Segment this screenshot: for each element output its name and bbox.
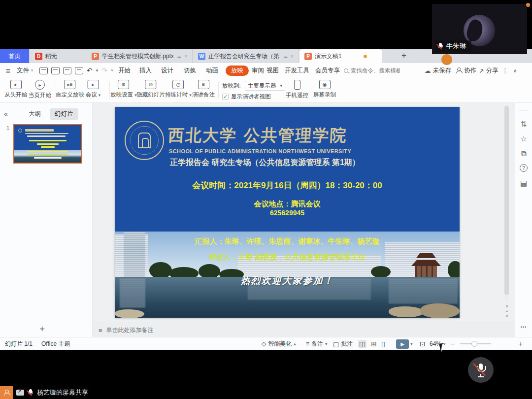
slide-panel: « 大纲 幻灯片 1 [0, 103, 93, 337]
normal-view-button[interactable]: ◫ [358, 340, 366, 348]
fit-to-window-icon[interactable]: ⊡ [420, 337, 426, 350]
play-options-caret-icon[interactable]: ▾ [410, 341, 413, 346]
rehearse-timing-button[interactable]: ◷ 排练计时 ▾ [165, 80, 192, 99]
ribbon-tab-transition[interactable]: 切换 [184, 63, 196, 78]
tab-outline[interactable]: 大纲 [24, 108, 46, 120]
screen-record-button[interactable]: ◉屏幕录制 [313, 80, 336, 99]
duplicate-window-icon[interactable]: ⧉ [521, 149, 527, 158]
new-tab-button[interactable]: + [401, 51, 406, 61]
zoom-out-button[interactable]: − [450, 337, 454, 350]
undo-caret-icon[interactable]: ▾ [96, 68, 99, 73]
share-button[interactable]: ↗分享 [479, 63, 498, 78]
presenter-view-checkbox[interactable]: ✓ 显示演讲者视图 [222, 93, 271, 100]
show-settings-button[interactable]: ⚙ 放映设置 ▾ [110, 80, 137, 99]
mic-muted-icon [28, 389, 33, 397]
comment-icon: ▢ [333, 340, 339, 348]
ribbon-tab-view[interactable]: 视图 [266, 63, 279, 78]
help-icon[interactable]: ? [520, 164, 528, 172]
collapse-panel-icon[interactable]: « [4, 110, 8, 118]
account-avatar[interactable] [441, 54, 452, 65]
picture-tool-icon[interactable]: ▤ [520, 179, 527, 188]
meeting-id-text: 625629945 [115, 209, 460, 217]
welcome-text: 热烈欢迎大家参加！ [115, 274, 460, 287]
beautify-button[interactable]: ◇ 智能美化 ▴ [262, 337, 296, 350]
ribbon-tab-home[interactable]: 开始 [118, 63, 131, 78]
divider [109, 82, 110, 99]
slide-editing-canvas[interactable]: 西北大学 公共管理学院 SCHOOL OF PUBLIC ADMINISTRAT… [115, 107, 460, 318]
hamburger-menu-icon[interactable]: ≡ [6, 63, 10, 78]
print-preview-icon[interactable] [75, 67, 83, 74]
quick-access-toolbar: ↶▾ ↷ ˅ [39, 63, 113, 78]
print-icon[interactable] [63, 67, 71, 74]
export-icon[interactable] [51, 67, 60, 74]
ribbon-tab-member[interactable]: 会员专享 [315, 63, 340, 78]
properties-sliders-icon[interactable]: ⇅ [521, 120, 527, 129]
vertical-scrollbar[interactable] [504, 105, 509, 302]
tab-document-1[interactable]: P 学生档案管理模式创新.pptx ☁ × [87, 49, 193, 63]
cloud-sync-icon: ☁ [176, 54, 181, 59]
tab-document-active[interactable]: P 演示文稿1 [299, 49, 382, 63]
notes-placeholder: 单击此处添加备注 [106, 326, 154, 334]
close-icon[interactable]: × [291, 54, 294, 59]
slide-thumbnail[interactable] [13, 124, 82, 164]
ribbon-tab-design[interactable]: 设计 [161, 63, 173, 78]
custom-show-icon: ▸≡ [65, 80, 76, 89]
ribbon-tab-slideshow-active[interactable]: 放映 [226, 65, 249, 76]
more-tools-icon[interactable]: ••• [521, 325, 527, 330]
play-slideshow-button[interactable]: ▶ [396, 339, 409, 349]
slide-nav-buttons[interactable]: ∧ ≡ ∨ [505, 304, 508, 319]
phone-icon [294, 80, 300, 90]
save-status[interactable]: ☁未保存 [425, 63, 451, 78]
custom-show-button[interactable]: ▸≡自定义放映 [56, 80, 84, 99]
zoom-in-button[interactable]: + [519, 337, 523, 350]
tab-document-2[interactable]: W 正学报告会研究生专场（第1期) ☁ × [193, 49, 299, 63]
phone-remote-button[interactable]: 手机遥控 [286, 80, 308, 99]
next-slide-icon: ∨ [505, 314, 508, 319]
screen-share-icon [16, 390, 24, 396]
hide-slide-button[interactable]: ⊘ 隐藏幻灯片 [136, 80, 165, 99]
rail-handle-icon[interactable]: —— [519, 107, 529, 112]
collapse-ribbon-icon[interactable]: ∧ [513, 63, 517, 78]
more-options-icon[interactable]: ⋮ [502, 63, 508, 78]
ribbon-tab-insert[interactable]: 插入 [139, 63, 152, 78]
notes-button[interactable]: ≡ 备注 ▾ [306, 337, 328, 350]
ribbon-tab-animation[interactable]: 动画 [206, 63, 218, 78]
mic-muted-icon [437, 43, 443, 50]
tab-slides[interactable]: 幻灯片 [50, 108, 78, 120]
meeting-venue-text: 会议地点：腾讯会议 [115, 200, 460, 209]
zoom-slider[interactable] [460, 343, 491, 344]
add-slide-button[interactable]: + [39, 324, 45, 334]
theme-name-button[interactable]: Office 主题 [41, 337, 70, 350]
participant-video-tile[interactable]: 牛朱琳 [432, 4, 527, 54]
microphone-mute-button[interactable] [468, 357, 494, 383]
university-seal-logo [125, 121, 164, 160]
meeting-button[interactable]: ▸ 会议 ▾ [86, 80, 101, 99]
comments-button[interactable]: ▢ 批注 [333, 337, 353, 350]
redo-icon[interactable]: ↷ [101, 66, 107, 74]
more-commands-icon[interactable]: ˅ [111, 68, 113, 73]
save-icon[interactable] [39, 67, 48, 74]
scrollbar-thumb[interactable] [504, 106, 509, 295]
slide-sorter-view-button[interactable]: ⊞ [371, 340, 377, 348]
undo-icon[interactable]: ↶ [87, 66, 93, 74]
command-search-box[interactable] [344, 66, 403, 75]
ribbon-tab-review[interactable]: 审阅 [252, 63, 264, 78]
collaborate-button[interactable]: 协作 [456, 63, 476, 78]
reading-view-button[interactable]: ▯ [381, 340, 385, 348]
close-icon[interactable]: × [184, 54, 187, 59]
from-beginning-button[interactable]: ▸从头开始 [4, 80, 27, 99]
file-menu[interactable]: 文件 ˅ [17, 63, 33, 78]
display-to-label: 放映到: [222, 82, 241, 90]
zoom-slider-knob[interactable] [471, 341, 477, 347]
wps-presentation-window: 首页 D 稻壳 P 学生档案管理模式创新.pptx ☁ × W 正学报告会研究生… [0, 49, 532, 350]
video-camera-icon: ▸ [87, 80, 99, 89]
notes-input-bar[interactable]: ≡ 单击此处添加备注 [93, 323, 515, 337]
from-current-button[interactable]: ▸当页开始 [29, 80, 51, 99]
display-monitor-select[interactable]: 主要显示器▾ [245, 81, 285, 91]
effects-star-icon[interactable]: ☆ [520, 134, 527, 143]
search-input[interactable] [351, 67, 400, 73]
tab-home[interactable]: 首页 [0, 49, 30, 63]
tab-docer[interactable]: D 稻壳 [30, 49, 86, 63]
speaker-notes-button[interactable]: ≡ 演讲备注 [192, 80, 215, 99]
ribbon-tab-devtools[interactable]: 开发工具 [285, 63, 309, 78]
